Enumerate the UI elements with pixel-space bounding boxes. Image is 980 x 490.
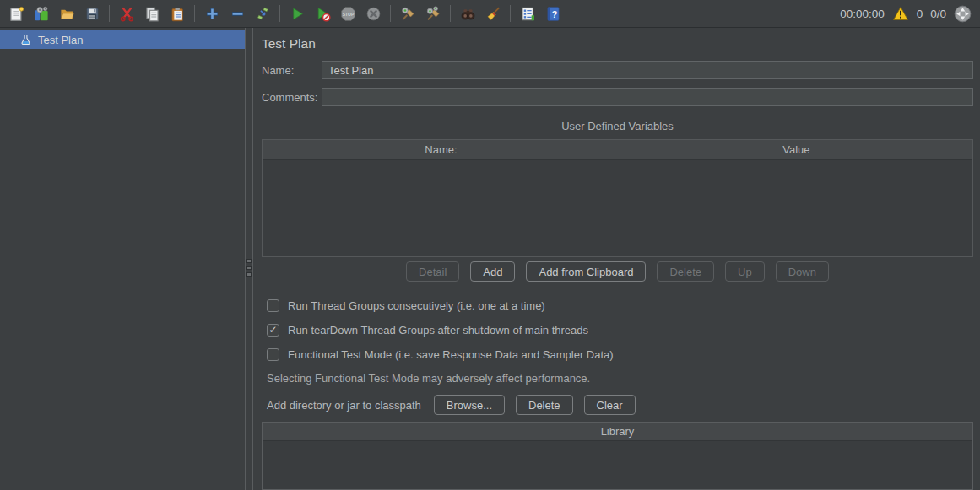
search-icon[interactable] xyxy=(455,2,480,25)
run-consecutively-checkbox[interactable] xyxy=(267,299,279,312)
run-teardown-label: Run tearDown Thread Groups after shutdow… xyxy=(288,324,588,337)
comments-input[interactable] xyxy=(322,88,973,106)
test-plan-tree: Test Plan xyxy=(0,28,245,490)
save-icon[interactable] xyxy=(79,2,105,25)
down-button[interactable]: Down xyxy=(776,261,829,282)
add-button[interactable]: Add xyxy=(470,261,515,282)
run-consecutively-label: Run Thread Groups consecutively (i.e. on… xyxy=(288,299,545,312)
error-count: 0 xyxy=(917,8,923,20)
options-section: Run Thread Groups consecutively (i.e. on… xyxy=(262,299,973,361)
udv-column-value: Value xyxy=(620,140,972,159)
tree-item-label: Test Plan xyxy=(38,34,83,46)
help-icon[interactable]: ? xyxy=(540,2,566,25)
warning-indicator-icon[interactable] xyxy=(892,6,909,21)
paste-icon[interactable] xyxy=(165,2,190,25)
start-icon[interactable] xyxy=(284,2,310,25)
toolbar-separator xyxy=(510,5,511,22)
comments-row: Comments: xyxy=(262,88,973,106)
clear-classpath-button[interactable]: Clear xyxy=(584,395,636,415)
name-input[interactable] xyxy=(322,61,973,79)
functional-mode-checkbox[interactable] xyxy=(267,348,279,361)
udv-column-name: Name: xyxy=(263,140,620,159)
copy-icon[interactable] xyxy=(139,2,165,25)
functional-mode-note: Selecting Functional Test Mode may adver… xyxy=(262,372,973,385)
toolbar-separator xyxy=(194,5,195,22)
test-plan-flask-icon xyxy=(19,34,32,46)
open-icon[interactable] xyxy=(54,2,79,25)
run-consecutively-row: Run Thread Groups consecutively (i.e. on… xyxy=(267,299,973,312)
new-file-icon[interactable] xyxy=(3,2,29,25)
shutdown-icon[interactable] xyxy=(360,2,386,25)
library-table: Library xyxy=(262,422,973,490)
test-activity-indicator-icon xyxy=(954,5,972,23)
cut-icon[interactable] xyxy=(114,2,139,25)
browse-button[interactable]: Browse... xyxy=(434,395,505,415)
udv-table-body[interactable] xyxy=(263,160,972,256)
elapsed-timer: 00:00:00 xyxy=(840,8,885,20)
toggle-icon[interactable] xyxy=(250,2,275,25)
templates-icon[interactable] xyxy=(29,2,54,25)
clear-all-icon[interactable] xyxy=(420,2,446,25)
functional-mode-row: Functional Test Mode (i.e. save Response… xyxy=(267,347,973,361)
run-teardown-row: Run tearDown Thread Groups after shutdow… xyxy=(267,323,973,337)
tree-main-splitter[interactable] xyxy=(245,28,253,490)
functional-mode-label: Functional Test Mode (i.e. save Response… xyxy=(288,348,614,361)
thread-count: 0/0 xyxy=(930,8,946,20)
toolbar-separator xyxy=(109,5,110,22)
function-helper-icon[interactable] xyxy=(515,2,540,25)
clear-search-icon[interactable] xyxy=(480,2,506,25)
expand-all-icon[interactable] xyxy=(199,2,225,25)
page-title: Test Plan xyxy=(262,36,973,51)
comments-label: Comments: xyxy=(262,91,322,104)
library-table-body[interactable] xyxy=(263,441,972,489)
delete-classpath-button[interactable]: Delete xyxy=(516,395,573,415)
stop-icon-text: STOP xyxy=(342,11,354,16)
udv-table: Name: Value xyxy=(262,139,973,257)
start-no-timers-icon[interactable] xyxy=(310,2,335,25)
toolbar-separator xyxy=(390,5,391,22)
name-row: Name: xyxy=(262,61,973,79)
main-toolbar: STOP ? 00:00:00 xyxy=(0,0,980,28)
stop-icon[interactable]: STOP xyxy=(335,2,360,25)
help-icon-glyph: ? xyxy=(551,8,557,19)
detail-button[interactable]: Detail xyxy=(406,261,459,282)
udv-button-row: Detail Add Add from Clipboard Delete Up … xyxy=(262,261,973,282)
run-teardown-checkbox[interactable] xyxy=(267,324,279,337)
jmeter-window: STOP ? 00:00:00 xyxy=(0,0,980,490)
up-button[interactable]: Up xyxy=(725,261,765,282)
add-from-clipboard-button[interactable]: Add from Clipboard xyxy=(526,261,646,282)
window-body: Test Plan Test Plan Name: Comments: User… xyxy=(0,28,980,490)
name-label: Name: xyxy=(262,64,322,77)
udv-table-header: Name: Value xyxy=(263,140,972,160)
collapse-all-icon[interactable] xyxy=(225,2,250,25)
test-plan-editor: Test Plan Name: Comments: User Defined V… xyxy=(253,28,980,490)
toolbar-separator xyxy=(450,5,451,22)
toolbar-separator xyxy=(279,5,280,22)
library-column-header: Library xyxy=(263,423,972,441)
toolbar-status-area: 00:00:00 0 0/0 xyxy=(840,5,972,23)
classpath-row: Add directory or jar to classpath Browse… xyxy=(262,395,973,415)
udv-section-title: User Defined Variables xyxy=(262,120,973,132)
classpath-label: Add directory or jar to classpath xyxy=(267,399,421,412)
delete-variable-button[interactable]: Delete xyxy=(657,261,714,282)
tree-item-test-plan[interactable]: Test Plan xyxy=(0,30,245,49)
clear-icon[interactable] xyxy=(395,2,420,25)
splitter-grip[interactable] xyxy=(246,259,252,277)
